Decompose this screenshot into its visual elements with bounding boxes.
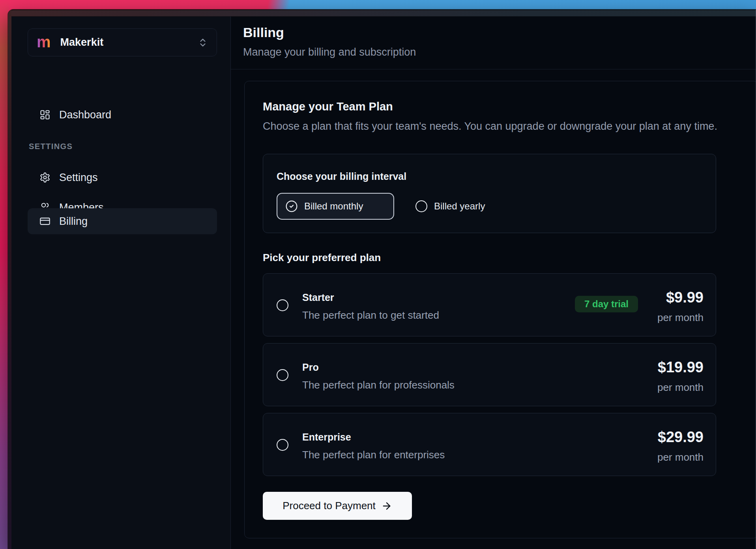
layout-dashboard-icon xyxy=(39,109,51,120)
card-subtitle: Choose a plan that fits your team's need… xyxy=(263,120,717,133)
credit-card-icon xyxy=(39,216,51,227)
plan-price: $19.99 xyxy=(658,359,704,376)
sidebar-item-label: Billing xyxy=(59,215,88,228)
billing-interval-box: Choose your billing interval Billed mont… xyxy=(263,154,716,233)
plan-period: per month xyxy=(657,451,704,463)
sidebar: m Makerkit Dashboard SETTINGS xyxy=(11,17,231,549)
app-window: m Makerkit Dashboard SETTINGS xyxy=(8,9,756,549)
billed-yearly-option[interactable]: Billed yearly xyxy=(415,193,485,220)
radio-circle-icon[interactable] xyxy=(277,299,288,311)
plan-name: Enterprise xyxy=(302,431,351,443)
sidebar-item-dashboard[interactable]: Dashboard xyxy=(28,103,217,127)
sidebar-item-label: Dashboard xyxy=(59,109,111,121)
gear-icon xyxy=(39,172,51,183)
plan-description: The perfect plan for professionals xyxy=(302,379,455,391)
proceed-to-payment-label: Proceed to Payment xyxy=(283,500,376,512)
radio-circle-icon xyxy=(415,200,427,212)
proceed-to-payment-button[interactable]: Proceed to Payment xyxy=(263,492,412,520)
page-subtitle: Manage your billing and subscription xyxy=(243,45,416,59)
card-title: Manage your Team Plan xyxy=(263,100,393,113)
billing-interval-heading: Choose your billing interval xyxy=(277,171,406,182)
billed-monthly-label: Billed monthly xyxy=(304,201,363,212)
header-divider xyxy=(231,69,756,69)
radio-circle-icon[interactable] xyxy=(277,439,288,451)
plan-price: $29.99 xyxy=(658,428,704,446)
plan-row-enterprise[interactable]: Enterprise The perfect plan for enterpri… xyxy=(263,413,716,476)
team-plan-card: Manage your Team Plan Choose a plan that… xyxy=(244,81,756,538)
makerkit-logo: m xyxy=(37,34,51,50)
plan-name: Starter xyxy=(302,291,334,303)
trial-badge: 7 day trial xyxy=(575,296,638,312)
plan-price: $9.99 xyxy=(666,289,704,306)
plan-row-pro[interactable]: Pro The perfect plan for professionals $… xyxy=(263,343,716,406)
radio-circle-icon[interactable] xyxy=(277,369,288,381)
plan-description: The perfect plan for enterprises xyxy=(302,448,445,461)
page-title: Billing xyxy=(243,24,284,41)
workspace-selector[interactable]: m Makerkit xyxy=(28,28,217,56)
sidebar-item-billing[interactable]: Billing xyxy=(28,208,217,234)
chevrons-up-down-icon xyxy=(198,37,208,48)
main-content: Billing Manage your billing and subscrip… xyxy=(231,17,756,549)
workspace-name: Makerkit xyxy=(60,36,104,49)
pick-plan-label: Pick your preferred plan xyxy=(263,252,381,264)
window-titlebar xyxy=(8,9,756,17)
plan-period: per month xyxy=(657,381,704,394)
billed-yearly-label: Billed yearly xyxy=(434,201,485,212)
check-circle-icon xyxy=(285,200,298,213)
plan-period: per month xyxy=(657,311,704,324)
sidebar-item-settings[interactable]: Settings xyxy=(28,166,217,189)
desktop: m Makerkit Dashboard SETTINGS xyxy=(0,0,756,549)
billed-monthly-option[interactable]: Billed monthly xyxy=(277,193,394,220)
sidebar-section-settings: SETTINGS xyxy=(29,142,73,151)
sidebar-item-label: Settings xyxy=(59,172,98,184)
plan-name: Pro xyxy=(302,361,319,373)
plan-description: The perfect plan to get started xyxy=(302,309,439,321)
arrow-right-icon xyxy=(381,500,392,512)
app-body: m Makerkit Dashboard SETTINGS xyxy=(11,17,756,549)
plan-row-starter[interactable]: Starter The perfect plan to get started … xyxy=(263,273,716,336)
wallpaper-left-strip xyxy=(0,0,9,549)
window-left-edge xyxy=(8,9,11,549)
